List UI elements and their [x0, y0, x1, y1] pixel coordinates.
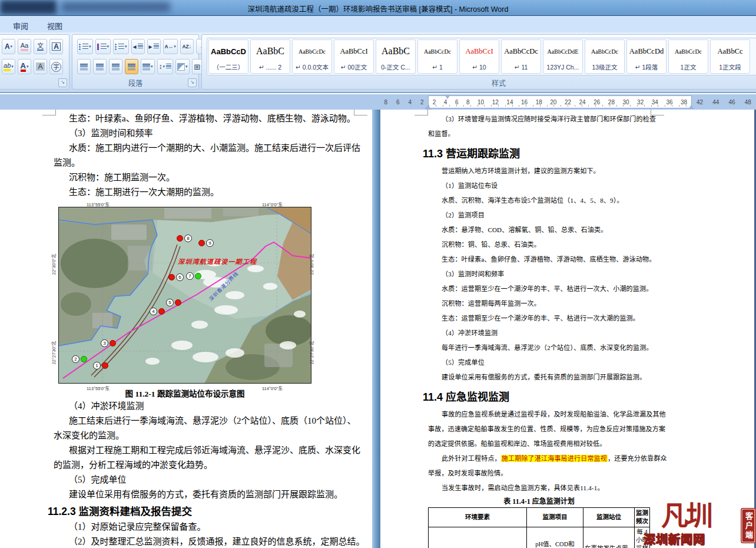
font-button-icon: 文: [37, 43, 44, 51]
table-cell: 在事故发生点周围设 6 个站位: [583, 527, 635, 548]
style-sample: AaBbC: [251, 40, 290, 62]
font-button[interactable]: 文▾: [34, 39, 47, 54]
station-number: 3: [101, 339, 108, 347]
vertical-scrollbar[interactable]: [372, 110, 380, 548]
font-button[interactable]: Aa▾: [18, 39, 31, 54]
paragraph-button-icon: [80, 64, 88, 70]
style-card[interactable]: AaBbCcDc 1正文: [668, 39, 708, 74]
paragraph-button[interactable]: AZ↓▾: [180, 39, 194, 54]
ruler-number: 8: [466, 99, 470, 105]
style-card[interactable]: AaBbCcDd ↵ 1段落: [626, 39, 667, 74]
style-name: 123YJ Ch...: [543, 62, 582, 73]
paragraph-button[interactable]: ↕▾: [157, 59, 174, 74]
text-line: 11.3 营运期跟踪监测: [423, 141, 655, 164]
monitoring-station: 2: [72, 355, 87, 363]
font-button-icon: ab: [4, 62, 11, 71]
font-group: A▾ Aa▾ 文▾ A▾ ab▾ A▾ A▾ 字▾ ↘: [0, 34, 69, 90]
font-button[interactable]: ab▾: [2, 59, 15, 74]
style-sample: AaBbCcDc: [293, 40, 331, 62]
ruler-number: 34: [652, 99, 658, 105]
ruler-number: 36: [666, 99, 672, 105]
paragraph-button[interactable]: ▾: [95, 39, 111, 54]
style-card[interactable]: AaBbCcDc ↵ 11: [501, 39, 541, 74]
chevron-down-icon: ▾: [107, 44, 110, 49]
first-line-indent-marker[interactable]: [445, 95, 450, 102]
style-card[interactable]: AaBbC ↵ ...... 2: [250, 39, 290, 74]
text-line: （5）完成单位: [54, 473, 359, 487]
style-card[interactable]: AaBbCcDc ↵ 0.0.0文本: [292, 39, 332, 74]
paragraph-button[interactable]: ▾: [175, 59, 190, 74]
style-card[interactable]: AaBbCcD （一二三）: [208, 39, 248, 74]
paragraph-button-icon: ◂: [133, 43, 137, 50]
font-button[interactable]: A▾: [2, 39, 15, 54]
tab-view[interactable]: 视图: [47, 20, 62, 31]
paragraph-button[interactable]: ▾: [141, 59, 155, 74]
text-line: 水质：施工期内进行一个潮期的大、小潮监测。施工结束后进行一次后评估: [54, 141, 359, 156]
paragraph-button[interactable]: ▾: [113, 39, 129, 54]
paragraph-group-label: 段落: [72, 78, 198, 88]
ruler-number: 2: [420, 99, 424, 105]
style-card[interactable]: AaBbCcDdE 123YJ Ch...: [543, 39, 583, 74]
text-line: （2）监测项目: [428, 208, 655, 223]
text-line: 生态：运营期至少在一个潮汐年的丰、平、枯进行一次大潮的监测。: [428, 311, 655, 326]
style-name: 1正文段: [711, 62, 750, 73]
style-name: ↵ 11: [502, 62, 541, 73]
map-svg: 深圳湾航道疏浚一期工程 深圳香港分界线: [58, 207, 311, 384]
paragraph-dialog-launcher[interactable]: ↘: [188, 78, 197, 87]
table-header-cell: 监测项目: [527, 508, 583, 527]
font-button[interactable]: A▾: [34, 59, 47, 74]
station-number: 1: [93, 362, 101, 369]
tab-review[interactable]: 审阅: [13, 20, 28, 31]
text-line: 的选定提供依据。船舶监视和岸边、堆场监视费用相对较低。: [428, 437, 655, 451]
station-dot: [195, 273, 201, 279]
style-card[interactable]: AaBbCcDc 13级正文: [585, 39, 625, 74]
style-card[interactable]: AaBbCc 1正文段: [710, 39, 750, 74]
styles-group: AaBbCcD （一二三） AaBbC ↵ ...... 2 AaBbCcDc …: [201, 34, 756, 90]
style-name: ↵ ...... 2: [251, 62, 290, 73]
style-card[interactable]: AaBbCcI ↵ 00正文: [334, 39, 374, 74]
font-button[interactable]: 字▾: [49, 59, 63, 74]
chevron-down-icon: ▾: [89, 44, 91, 49]
style-sample: AaBbCcDc: [502, 40, 541, 62]
monitoring-station: 3: [101, 339, 116, 347]
document-page-right[interactable]: （3）环境管理与监测情况应随时接受海洋行政主管部门和环保部门的检查 和监督。 1…: [380, 110, 754, 548]
paragraph-button[interactable]: ◂▾: [131, 39, 145, 54]
horizontal-ruler[interactable]: 8642 2468101214161820222426283032343638 …: [380, 95, 756, 108]
text-line: 根据对工程施工期和工程完成后邻近海域海流、悬浮泥沙、底质、水深变化: [54, 443, 359, 458]
right-indent-marker[interactable]: [688, 102, 694, 109]
style-name: 0-正文 C...: [376, 62, 415, 73]
paragraph-button[interactable]: ▾: [125, 59, 138, 74]
paragraph-button[interactable]: ▾: [93, 59, 107, 74]
ruler-band: 8642 2468101214161820222426283032343638 …: [0, 94, 756, 110]
station-number: 6: [176, 273, 184, 281]
monitoring-station: 4: [150, 308, 165, 315]
paragraph-button[interactable]: ▾: [77, 39, 93, 54]
text-line: 施工结束后进行一季海域海流、悬浮泥沙（2个站位）、底质（10个站位）、: [54, 414, 359, 428]
chevron-down-icon: ▾: [174, 44, 176, 49]
paragraph-button[interactable]: A↔▾: [163, 39, 178, 54]
font-button[interactable]: A▾: [49, 39, 63, 54]
text-line: （3）监测时间和频率: [428, 267, 655, 282]
document-page-left[interactable]: 生态：叶绿素a、鱼卵仔鱼、浮游植物、浮游动物、底栖生物、游泳动物。 （3）监测时…: [0, 110, 372, 548]
style-card[interactable]: AaBbCcI ↵ 10: [459, 39, 499, 74]
monitoring-station: 1: [93, 362, 108, 369]
coord-label: 114°0'0"东: [262, 385, 283, 391]
ruler-number: 24: [579, 99, 586, 105]
text-line: 生态：叶绿素a、鱼卵仔鱼、浮游植物、浮游动物、底栖生物、游泳动物。: [54, 110, 359, 126]
style-card[interactable]: AaBbCcDc ↵ 1: [417, 39, 457, 74]
paragraph-button[interactable]: ▸▾: [147, 39, 161, 54]
window-title: 深圳湾航道疏浚工程（一期）环境影响报告书送审稿 [兼容模式] - Microso…: [0, 3, 756, 14]
station-number: 5: [166, 299, 174, 306]
text-line: 11.4 应急监视监测: [423, 385, 655, 407]
style-card[interactable]: AaBbC 0-正文 C...: [376, 39, 416, 74]
font-dialog-launcher[interactable]: ↘: [58, 78, 67, 87]
font-button[interactable]: A▾: [18, 59, 31, 74]
title-bar[interactable]: 深圳湾航道疏浚工程（一期）环境影响报告书送审稿 [兼容模式] - Microso…: [0, 0, 756, 15]
style-sample: AaBbCcI: [334, 40, 373, 62]
paragraph-button[interactable]: ▾: [77, 59, 91, 74]
coord-label: 22°27'30"北: [50, 341, 57, 365]
ruler-number: 4: [408, 99, 412, 105]
text-line: 沉积物：运营期每两年监测一次。: [428, 296, 655, 311]
project-label: 深圳湾航道疏浚一期工程: [178, 258, 257, 265]
paragraph-button[interactable]: ▾: [109, 59, 122, 74]
